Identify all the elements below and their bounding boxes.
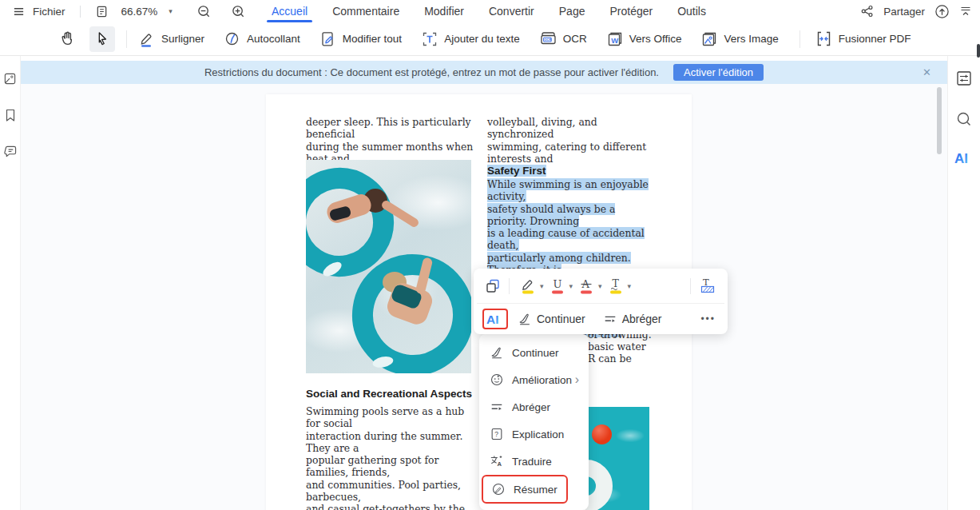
activer-edition-button[interactable]: Activer l'édition xyxy=(673,64,764,81)
white-float-ring xyxy=(585,460,613,510)
svg-text:AI: AI xyxy=(954,151,968,166)
ocr-icon: OCR xyxy=(539,30,557,48)
sticky-note-icon xyxy=(224,30,241,48)
share-icon[interactable] xyxy=(861,5,874,18)
collapse-toolbar-icon[interactable] xyxy=(959,5,972,18)
partager-button[interactable]: Partager xyxy=(883,6,925,18)
highlight-tool[interactable]: ▾ xyxy=(519,277,544,295)
search-icon[interactable] xyxy=(955,110,973,128)
ai-assistant-icon[interactable]: AI xyxy=(954,150,974,166)
properties-panel-icon[interactable] xyxy=(954,69,974,88)
vers-image-button[interactable]: Vers Image xyxy=(700,30,778,48)
fusionner-pdf-button[interactable]: Fusionner PDF xyxy=(815,30,911,48)
highlighter-icon xyxy=(138,30,156,48)
text-fragment: basic water xyxy=(588,341,684,353)
menu-item-traduire[interactable]: A Traduire xyxy=(479,448,589,475)
svg-text:T: T xyxy=(703,277,709,288)
divider xyxy=(509,278,510,294)
thumbnails-panel-icon[interactable] xyxy=(3,72,17,86)
modifier-tout-button[interactable]: Modifier tout xyxy=(319,30,402,48)
menu-item-resumer-highlighted[interactable]: Résumer xyxy=(482,475,568,504)
tab-commentaire[interactable]: Commentaire xyxy=(332,0,399,22)
ribbon-tabs: Accueil Commentaire Modifier Convertir P… xyxy=(272,0,706,22)
bookmarks-panel-icon[interactable] xyxy=(4,108,17,122)
vertical-scrollbar[interactable] xyxy=(937,87,942,154)
menu-item-continuer[interactable]: Continuer xyxy=(479,339,589,366)
paragraph: Swimming pools serve as a hub for social… xyxy=(306,405,478,510)
menu-item-abreger[interactable]: Abréger xyxy=(479,393,589,420)
autocollant-button[interactable]: Autocollant xyxy=(224,30,300,48)
pool-water-photo[interactable] xyxy=(585,407,649,510)
abreger-quick-button[interactable]: Abréger xyxy=(603,312,662,326)
ai-button-highlighted[interactable]: AI xyxy=(482,309,508,329)
page-display-icon[interactable] xyxy=(95,5,109,18)
pool-friends-photo[interactable] xyxy=(306,160,471,373)
zoom-level-value[interactable]: 66.67% xyxy=(121,6,158,18)
menubar: Fichier 66.67% ▾ Accueil Commentaire Mod… xyxy=(0,0,980,22)
svg-text:AI: AI xyxy=(486,313,499,326)
ocr-button[interactable]: OCR OCR xyxy=(539,30,587,48)
question-doc-icon: ? xyxy=(490,427,504,441)
svg-text:A: A xyxy=(497,460,502,468)
copy-icon[interactable] xyxy=(484,277,502,295)
menu-item-amelioration[interactable]: Amélioration › xyxy=(479,366,589,393)
tab-convertir[interactable]: Convertir xyxy=(489,0,534,22)
ai-dropdown-menu: Continuer Amélioration › Abréger ? Expli… xyxy=(479,334,589,510)
toolbar: Surligner Autocollant Modifier tout Ajou… xyxy=(0,22,980,56)
submenu-chevron-icon: › xyxy=(575,373,579,387)
dropdown-caret[interactable]: ▾ xyxy=(628,282,632,290)
close-banner-icon[interactable]: ✕ xyxy=(922,66,931,78)
zoom-in-icon[interactable] xyxy=(231,4,246,19)
svg-text:U: U xyxy=(553,278,561,290)
fichier-menu[interactable]: Fichier xyxy=(33,6,65,18)
doc-heading: Social and Recreational Aspects xyxy=(306,388,472,400)
underline-tool[interactable]: U ▾ xyxy=(549,277,573,295)
pen-icon xyxy=(518,312,532,326)
tab-page[interactable]: Page xyxy=(559,0,585,22)
red-ball xyxy=(592,424,612,444)
condense-icon xyxy=(603,312,617,326)
word-page-icon: W xyxy=(606,30,624,48)
continuer-quick-button[interactable]: Continuer xyxy=(518,312,585,326)
svg-text:W: W xyxy=(611,35,618,44)
image-page-icon xyxy=(700,30,718,48)
dropdown-caret[interactable]: ▾ xyxy=(540,282,544,290)
tab-outils[interactable]: Outils xyxy=(677,0,706,22)
summarize-pen-icon xyxy=(491,482,506,496)
squiggly-tool[interactable]: T ▾ xyxy=(607,277,632,295)
selection-popup-toolbar: ▾ U ▾ A ▾ T ▾ T AI xyxy=(474,269,728,334)
doc-heading-selected: Safety First xyxy=(487,165,546,177)
dropdown-caret[interactable]: ▾ xyxy=(569,282,573,290)
tab-proteger[interactable]: Protéger xyxy=(609,0,653,22)
zoom-out-icon[interactable] xyxy=(196,4,212,19)
condense-icon xyxy=(490,400,504,414)
magic-improve-icon xyxy=(490,373,504,387)
merge-pdf-icon xyxy=(815,30,833,48)
area-highlight-tool[interactable]: T xyxy=(698,277,717,295)
menu-item-explication[interactable]: ? Explication xyxy=(479,420,589,448)
hand-tool-button[interactable] xyxy=(54,26,80,52)
dropdown-caret[interactable]: ▾ xyxy=(598,282,602,290)
left-panel-rail xyxy=(0,56,21,510)
zoom-dropdown-caret[interactable]: ▾ xyxy=(169,7,173,15)
right-panel-rail: AI xyxy=(947,56,980,510)
text-fragment: R can be xyxy=(588,353,684,365)
cloud-upload-icon[interactable] xyxy=(934,4,950,19)
menubar-left: Fichier 66.67% ▾ xyxy=(0,4,246,19)
divider xyxy=(799,30,800,48)
comments-panel-icon[interactable] xyxy=(3,145,17,158)
strikethrough-tool[interactable]: A ▾ xyxy=(577,277,602,295)
tab-modifier[interactable]: Modifier xyxy=(424,0,464,22)
hamburger-menu-icon[interactable] xyxy=(13,6,25,18)
pdf-editor-app: Fichier 66.67% ▾ Accueil Commentaire Mod… xyxy=(0,0,980,510)
surligner-button[interactable]: Surligner xyxy=(138,30,204,48)
tab-accueil[interactable]: Accueil xyxy=(272,0,307,22)
menubar-right: Partager xyxy=(861,0,972,22)
translate-icon: A xyxy=(490,454,504,468)
more-options-icon[interactable]: ••• xyxy=(700,313,719,325)
pen-icon xyxy=(490,345,504,360)
ajouter-texte-button[interactable]: Ajouter du texte xyxy=(421,30,520,48)
select-tool-button[interactable] xyxy=(89,26,115,52)
svg-text:T: T xyxy=(612,277,619,289)
vers-office-button[interactable]: W Vers Office xyxy=(606,30,682,48)
